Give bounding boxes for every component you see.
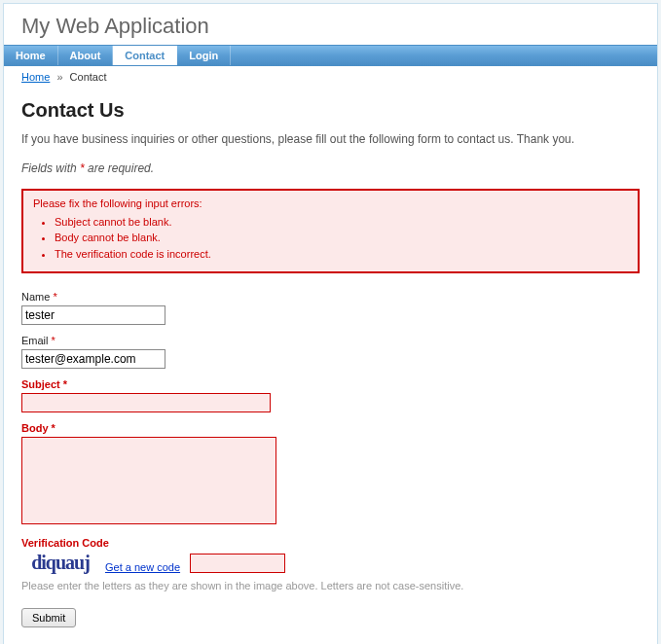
captcha-label: Verification Code [21, 537, 109, 549]
body-input[interactable] [21, 437, 276, 524]
email-label: Email [21, 335, 49, 346]
subject-label: Subject [21, 378, 60, 390]
intro-text: If you have business inquiries or other … [21, 131, 640, 148]
nav-home[interactable]: Home [4, 46, 58, 65]
captcha-input[interactable] [190, 554, 285, 573]
page-heading: Contact Us [21, 99, 640, 122]
app-title: My Web Application [21, 14, 640, 39]
breadcrumb-home[interactable]: Home [21, 71, 50, 83]
error-list: Subject cannot be blank. Body cannot be … [33, 214, 628, 263]
body-label: Body [21, 422, 49, 434]
name-label: Name [21, 291, 50, 303]
field-email: Email * [21, 335, 640, 369]
captcha-row: diquauj Get a new code [21, 552, 640, 573]
nav-login[interactable]: Login [177, 46, 231, 65]
captcha-hint: Please enter the letters as they are sho… [21, 579, 640, 593]
error-summary: Please fix the following input errors: S… [21, 189, 640, 274]
header: My Web Application [4, 4, 657, 45]
email-label-row: Email * [21, 335, 640, 346]
field-name: Name * [21, 291, 640, 325]
error-item: Subject cannot be blank. [55, 214, 628, 231]
breadcrumb: Home » Contact [4, 66, 657, 88]
name-label-row: Name * [21, 291, 640, 303]
captcha-image: diquauj [21, 552, 99, 573]
name-input[interactable] [21, 305, 165, 325]
main-nav: Home About Contact Login [4, 45, 657, 66]
captcha-label-row: Verification Code [21, 537, 640, 549]
subject-input[interactable] [21, 393, 271, 412]
breadcrumb-current: Contact [70, 71, 107, 83]
captcha-refresh-link[interactable]: Get a new code [105, 561, 180, 573]
error-item: The verification code is incorrect. [55, 246, 628, 263]
nav-contact[interactable]: Contact [113, 46, 177, 65]
nav-about[interactable]: About [58, 46, 114, 65]
field-body: Body * [21, 422, 640, 527]
body-label-row: Body * [21, 422, 640, 434]
content: Contact Us If you have business inquirie… [4, 88, 657, 644]
error-summary-title: Please fix the following input errors: [33, 197, 628, 209]
error-item: Body cannot be blank. [55, 230, 628, 246]
subject-label-row: Subject * [21, 378, 640, 390]
submit-button[interactable]: Submit [21, 608, 76, 627]
field-subject: Subject * [21, 378, 640, 412]
breadcrumb-sep: » [56, 71, 62, 83]
required-note: Fields with * are required. [21, 161, 640, 175]
app-container: My Web Application Home About Contact Lo… [3, 3, 658, 644]
email-input[interactable] [21, 349, 165, 369]
field-captcha: Verification Code diquauj Get a new code… [21, 537, 640, 593]
